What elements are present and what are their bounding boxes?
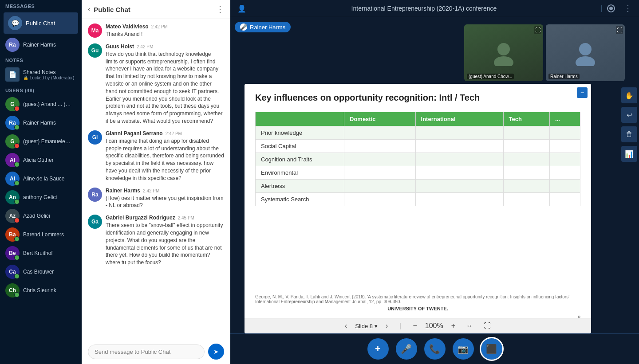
bottom-bar: + 🎤 📞 📷 ⬛: [230, 333, 639, 364]
avatar-badge: [14, 143, 20, 149]
msg-header: Mateo Valdivieso 2:42 PM: [106, 23, 224, 30]
msg-text: Thanks Anand !: [106, 31, 224, 38]
sidebar-user-item[interactable]: G (guest) Emanuele S...: [0, 132, 82, 151]
table-cell: [415, 180, 503, 193]
user-name: (guest) Emanuele S...: [23, 138, 72, 145]
table-cell: [550, 153, 580, 166]
msg-time: 2:45 PM: [178, 215, 194, 220]
table-cell: [415, 140, 503, 153]
camera-button[interactable]: 📷: [453, 338, 474, 360]
msg-avatar: Ma: [88, 23, 102, 38]
table-cell: Alertness: [256, 180, 344, 193]
users-section-title: USERS (48): [0, 84, 82, 95]
user-name: Aline de la Sauce: [23, 176, 64, 182]
fit-width-button[interactable]: ↔: [463, 321, 476, 331]
table-cell: [344, 126, 416, 140]
video-expand-rainer[interactable]: ⛶: [616, 26, 623, 34]
add-button[interactable]: +: [367, 338, 389, 360]
mic-button[interactable]: 🎤: [396, 338, 417, 360]
hand-tool-button[interactable]: ✋: [621, 87, 637, 103]
phone-button[interactable]: 📞: [424, 338, 446, 360]
video-label-guest: (guest) Anand Chow...: [467, 74, 514, 79]
delete-tool-button[interactable]: 🗑: [621, 126, 637, 142]
msg-header: Gianni Pagani Serrano 2:42 PM: [106, 130, 224, 137]
slide-prev-button[interactable]: ‹: [342, 321, 350, 331]
zoom-in-button[interactable]: +: [449, 321, 458, 331]
sidebar-user-item[interactable]: G (guest) Anand ... (You): [0, 95, 82, 114]
slide-dropdown[interactable]: Slide 8 ▾: [355, 323, 378, 329]
mic-icon: 🎤: [240, 23, 247, 31]
sidebar: MESSAGES 💬 Public Chat Ra Rainer Harms N…: [0, 0, 82, 364]
msg-header: Rainer Harms 2:42 PM: [106, 188, 224, 194]
slide-label: Slide 8: [355, 323, 373, 329]
table-header: Domestic: [344, 112, 416, 126]
table-cell: [415, 166, 503, 180]
slide-minimize-button[interactable]: −: [577, 87, 588, 98]
table-cell: [503, 140, 550, 153]
avatar: Ch: [5, 283, 20, 297]
avatar-badge: [14, 292, 20, 297]
zoom-out-button[interactable]: −: [410, 321, 419, 331]
sidebar-user-item[interactable]: Al Alicia Güther: [0, 151, 82, 169]
chat-messages: Ma Mateo Valdivieso 2:42 PM Thanks Anand…: [82, 19, 230, 339]
msg-header: Guus Holst 2:42 PM: [106, 43, 224, 50]
video-label-rainer: Rainer Harms: [548, 74, 580, 79]
msg-avatar: Ga: [88, 215, 102, 229]
table-cell: [344, 140, 416, 153]
chat-back-button[interactable]: ‹: [88, 5, 90, 13]
sidebar-user-item[interactable]: Al Aline de la Sauce: [0, 169, 82, 188]
main-more-button[interactable]: ⋮: [624, 4, 632, 13]
slide-title: Key influences on opportunity recognitio…: [255, 93, 580, 103]
public-chat-label: Public Chat: [26, 20, 55, 27]
msg-time: 2:42 PM: [166, 131, 182, 136]
table-row: Social Capital: [256, 140, 580, 153]
avatar-badge: [14, 162, 20, 167]
main-header: 👤 International Entrepreneurship (2020-1…: [230, 0, 639, 17]
avatar: Al: [5, 153, 20, 167]
chat-input[interactable]: [88, 344, 205, 359]
msg-header: Gabriel Burgazzi Rodriguez 2:45 PM: [106, 215, 224, 221]
sidebar-user-item[interactable]: Ba Barend Lommers: [0, 225, 82, 244]
svg-point-0: [497, 43, 510, 55]
table-cell: Environmental: [256, 166, 344, 180]
table-cell: [503, 126, 550, 140]
undo-tool-button[interactable]: ↩: [621, 107, 637, 123]
sidebar-item-public-chat[interactable]: 💬 Public Chat: [4, 12, 78, 34]
table-cell: [344, 180, 416, 193]
msg-avatar: Ra: [88, 188, 102, 202]
sidebar-user-item[interactable]: Az Azad Gelici: [0, 207, 82, 225]
notes-name: Shared Notes: [23, 69, 74, 75]
stats-tool-button[interactable]: 📊: [621, 146, 637, 162]
avatar: An: [5, 190, 20, 204]
avatar-badge: [14, 125, 20, 130]
slide-university: UNIVERSITY OF TWENTE.: [255, 306, 580, 311]
chat-send-button[interactable]: ➤: [208, 344, 224, 360]
slide-citation: George, N. M., V. Parida, T. Lahti and J…: [255, 294, 571, 304]
screen-share-button[interactable]: ⬛: [481, 338, 502, 360]
table-cell: [503, 166, 550, 180]
avatar-badge: [14, 180, 20, 186]
table-cell: [344, 193, 416, 206]
video-thumbnails: (guest) Anand Chow... ⛶ Rainer Harms ⛶: [237, 21, 632, 81]
msg-content: Guus Holst 2:42 PM How do you think that…: [106, 43, 224, 125]
msg-sender: Gabriel Burgazzi Rodriguez: [106, 215, 175, 221]
slide-next-button[interactable]: ›: [383, 321, 390, 331]
sidebar-user-item[interactable]: Be Bert Kruithof: [0, 244, 82, 262]
main-content: 👤 International Entrepreneurship (2020-1…: [230, 0, 639, 364]
video-expand-guest[interactable]: ⛶: [534, 26, 541, 34]
sidebar-user-item[interactable]: Ch Chris Sleurink: [0, 281, 82, 300]
msg-avatar: Gi: [88, 130, 102, 145]
user-name: Cas Brouwer: [23, 269, 54, 275]
avatar: Ca: [5, 265, 20, 279]
sidebar-item-shared-notes[interactable]: 📄 Shared Notes 🔒 Locked by (Moderator): [0, 65, 82, 84]
sidebar-user-item[interactable]: Ra Rainer Harms: [0, 114, 82, 132]
sidebar-item-rainer-harms-dm[interactable]: Ra Rainer Harms: [0, 35, 82, 54]
user-name: Alicia Güther: [23, 157, 54, 163]
sidebar-user-item[interactable]: An anthony Gelici: [0, 188, 82, 207]
chat-more-button[interactable]: ⋮: [216, 4, 224, 14]
fullscreen-button[interactable]: ⛶: [481, 321, 493, 331]
svg-point-3: [576, 56, 595, 66]
table-header: Tech: [503, 112, 550, 126]
notes-icon: 📄: [5, 67, 20, 82]
sidebar-user-item[interactable]: Ca Cas Brouwer: [0, 262, 82, 281]
